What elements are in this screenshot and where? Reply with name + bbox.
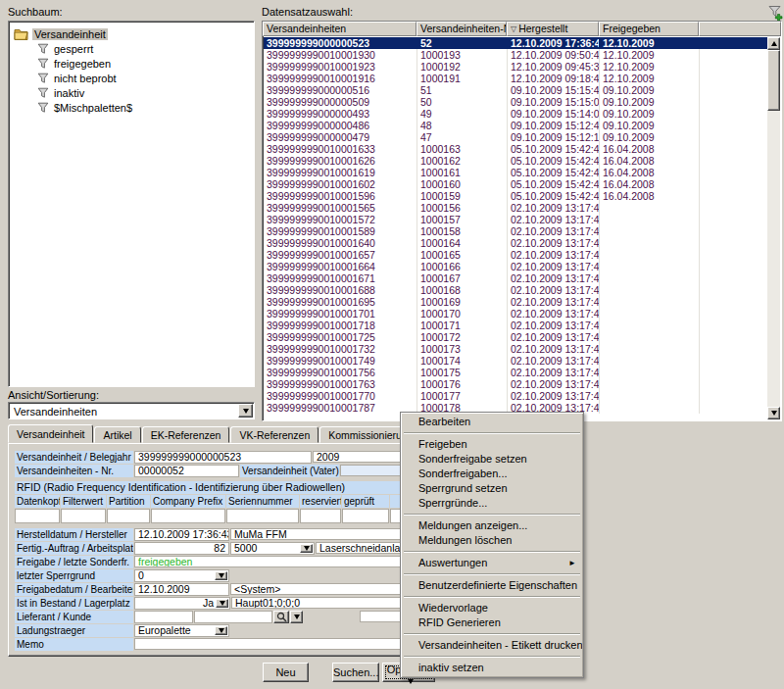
table-row[interactable]: 3999999990010001657100016502.10.2009 13:… <box>264 249 767 261</box>
menu-item-rfid-generieren[interactable]: RFID Generieren <box>402 615 582 630</box>
table-row[interactable]: 3999999990010001565100015602.10.2009 13:… <box>264 202 767 214</box>
table-row[interactable]: 3999999990010001596100015905.10.2009 15:… <box>264 190 767 202</box>
menu-item-sperrgr-nde[interactable]: Sperrgründe... <box>402 496 582 511</box>
table-row[interactable]: 3999999990010001923100019212.10.2009 09:… <box>264 61 767 73</box>
table-row[interactable]: 3999999990000004934909.10.2009 15:14:080… <box>264 108 767 120</box>
menu-item-sonderfreigabe-setzen[interactable]: Sonderfreigabe setzen <box>402 452 582 467</box>
table-row[interactable]: 3999999990010001749100017402.10.2009 13:… <box>264 355 767 367</box>
table-row[interactable]: 3999999990010001770100017702.10.2009 13:… <box>264 390 767 402</box>
chevron-down-icon[interactable] <box>290 611 303 623</box>
suchen-button[interactable]: Suchen... <box>332 663 379 682</box>
table-row[interactable]: 3999999990010001930100019312.10.2009 09:… <box>264 49 767 61</box>
scroll-up-button[interactable] <box>767 37 780 50</box>
menu-item-benutzerdefinierte-eigenschaften[interactable]: Benutzerdefinierte Eigenschaften <box>402 578 582 593</box>
menu-item-meldungen-l-schen[interactable]: Meldungen löschen <box>402 533 582 548</box>
table-cell: 12.10.2009 <box>600 73 700 84</box>
tree-filter-item-inaktiv[interactable]: inaktiv <box>9 85 254 100</box>
menu-item-bearbeiten[interactable]: Bearbeiten <box>402 415 582 429</box>
table-row[interactable]: 3999999990010001572100015702.10.2009 13:… <box>264 214 767 225</box>
tree-filter-item-mischpaletten[interactable]: $Mischpaletten$ <box>9 100 254 115</box>
tab-versandeinheit[interactable]: Versandeinheit <box>8 424 93 443</box>
versandeinheit-number-field[interactable]: 399999999000000523 <box>134 451 312 464</box>
herstelldatum-field[interactable]: 12.10.2009 17:36:43 <box>134 528 229 541</box>
tree-filter-label: nicht beprobt <box>54 73 117 84</box>
rfid-value-seriennummer[interactable] <box>226 509 299 523</box>
table-row[interactable]: 3999999990010001916100019112.10.2009 09:… <box>264 73 767 84</box>
table-row[interactable]: 3999999990010001718100017102.10.2009 13:… <box>264 320 767 331</box>
menu-item-sonderfreigaben[interactable]: Sonderfreigaben... <box>402 467 582 481</box>
table-row[interactable]: 3999999990000004794709.10.2009 15:12:140… <box>264 131 767 143</box>
chevron-down-icon[interactable] <box>300 544 313 553</box>
freigabedatum-field[interactable]: 12.10.2009 <box>134 583 229 596</box>
table-row[interactable]: 3999999990000005095009.10.2009 15:15:080… <box>264 96 767 108</box>
menu-item-inaktiv-setzen[interactable]: inaktiv setzen <box>402 661 582 675</box>
table-cell: 3999999990010001701 <box>264 308 417 320</box>
table-row[interactable]: 3999999990010001732100017302.10.2009 13:… <box>264 343 767 355</box>
tree-filter-item-freigegeben[interactable]: freigegeben <box>9 56 254 71</box>
chevron-down-icon[interactable] <box>215 571 227 580</box>
table-row[interactable]: 3999999990010001695100016902.10.2009 13:… <box>264 296 767 308</box>
scrollbar-thumb[interactable] <box>767 50 780 111</box>
column-header-versandeinheiten[interactable]: Versandeinheiten <box>263 22 416 36</box>
menu-item-auswertungen[interactable]: Auswertungen► <box>402 556 582 570</box>
ansicht-sortierung-combobox[interactable]: Versandeinheiten <box>8 402 255 419</box>
table-row[interactable]: 3999999990000005235212.10.2009 17:36:431… <box>264 37 767 49</box>
table-row[interactable]: 3999999990010001602100016005.10.2009 15:… <box>264 178 767 190</box>
tab-artikel[interactable]: Artikel <box>94 426 140 443</box>
tree-filter-item-gesperrt[interactable]: gesperrt <box>9 41 254 56</box>
table-row[interactable]: 3999999990010001589100015802.10.2009 13:… <box>264 225 767 237</box>
column-header-versandeinheiten-nr[interactable]: Versandeinheiten-Nr <box>416 22 507 36</box>
kunde-field[interactable] <box>194 611 272 623</box>
table-row[interactable]: 3999999990010001671100016702.10.2009 13:… <box>264 272 767 284</box>
column-header-freigegeben[interactable]: Freigegeben <box>599 22 699 36</box>
table-row[interactable]: 3999999990010001664100016602.10.2009 13:… <box>264 261 767 272</box>
rfid-value-gepr-ft[interactable] <box>342 509 389 523</box>
scroll-down-button[interactable] <box>767 407 780 419</box>
rfid-value-filterwert[interactable] <box>61 509 106 523</box>
tab-ek-referenzen[interactable]: EK-Referenzen <box>142 426 230 443</box>
table-row[interactable]: 3999999990010001688100016802.10.2009 13:… <box>264 284 767 296</box>
rfid-value-partition[interactable] <box>107 509 150 523</box>
table-row[interactable]: 3999999990010001701100017002.10.2009 13:… <box>264 308 767 320</box>
arbeitsplatz-combobox[interactable]: 5000 <box>230 542 315 555</box>
table-row[interactable]: 3999999990010001626100016205.10.2009 15:… <box>264 155 767 167</box>
menu-item-versandeinheiten-etikett-drucken[interactable]: Versandeinheiten - Etikett drucken... <box>402 638 582 653</box>
table-row[interactable]: 3999999990010001633100016305.10.2009 15:… <box>264 143 767 155</box>
table-row[interactable]: 3999999990010001763100017602.10.2009 13:… <box>264 378 767 390</box>
fertig-auftrag-field[interactable]: 82 <box>134 542 229 555</box>
table-row[interactable]: 3999999990010001640100016402.10.2009 13:… <box>264 237 767 249</box>
magnifier-icon[interactable] <box>273 611 289 623</box>
chevron-down-icon[interactable] <box>215 626 227 635</box>
vertical-scrollbar[interactable] <box>767 37 780 419</box>
chevron-down-icon[interactable] <box>238 404 253 418</box>
table-row[interactable]: 3999999990000004864809.10.2009 15:12:400… <box>264 120 767 131</box>
tree-item-versandeinheit[interactable]: Versandeinheit <box>9 26 254 41</box>
rfid-value-reserviert[interactable] <box>300 509 341 523</box>
table-cell: 02.10.2009 13:17:40 <box>508 202 600 214</box>
menu-item-sperrgrund-setzen[interactable]: Sperrgrund setzen <box>402 481 582 496</box>
table-cell: 1000173 <box>417 343 508 355</box>
table-row[interactable]: 3999999990010001756100017502.10.2009 13:… <box>264 367 767 378</box>
ve-nr-field[interactable]: 00000052 <box>134 465 239 477</box>
menu-separator <box>404 573 580 575</box>
rfid-value-datenkopf[interactable] <box>15 509 60 523</box>
neu-button[interactable]: Neu <box>263 663 309 682</box>
bestand-combobox[interactable]: Ja <box>134 597 230 610</box>
menu-item-wiedervorlage[interactable]: Wiedervorlage <box>402 601 582 615</box>
funnel-add-icon[interactable] <box>766 4 784 22</box>
table-row[interactable]: 3999999990010001725100017202.10.2009 13:… <box>264 331 767 343</box>
table-cell: 3999999990010001923 <box>264 61 417 73</box>
tab-vk-referenzen[interactable]: VK-Referenzen <box>230 426 318 443</box>
rfid-value-company-prefix[interactable] <box>151 509 225 523</box>
menu-item-meldungen-anzeigen[interactable]: Meldungen anzeigen... <box>402 518 582 533</box>
sperrgrund-combobox[interactable]: 0 <box>134 569 229 582</box>
column-header-hergestellt[interactable]: ▽Hergestellt <box>507 22 599 36</box>
table-row[interactable]: 3999999990000005165109.10.2009 15:15:410… <box>264 84 767 96</box>
tree-filter-item-nicht-beprobt[interactable]: nicht beprobt <box>9 71 254 85</box>
ladungstraeger-combobox[interactable]: Europalette <box>134 624 229 637</box>
table-row[interactable]: 3999999990010001619100016105.10.2009 15:… <box>264 167 767 178</box>
chevron-down-icon[interactable] <box>216 599 228 608</box>
menu-item-freigeben[interactable]: Freigeben <box>402 437 582 452</box>
lieferant-field[interactable] <box>134 611 193 623</box>
funnel-icon <box>35 73 50 84</box>
